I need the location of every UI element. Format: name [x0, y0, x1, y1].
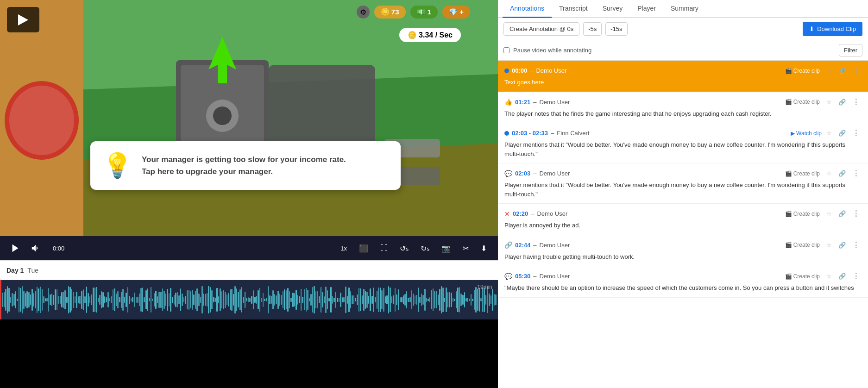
more-button[interactable]: ⋮: [850, 97, 862, 107]
tab-transcript[interactable]: Transcript: [552, 0, 595, 18]
annotation-item: 02:03 - 02:33 – Finn Calvert ▶ Watch cli…: [498, 123, 868, 163]
ellipsis-icon: ⋮: [852, 98, 860, 106]
screenshot-button[interactable]: 📷: [439, 242, 453, 255]
play-pause-button[interactable]: [8, 241, 22, 255]
link-button[interactable]: 🔗: [837, 98, 848, 106]
annotation-user: Demo User: [537, 210, 567, 217]
more-button[interactable]: ⋮: [850, 168, 862, 179]
pause-checkbox[interactable]: [503, 47, 509, 53]
day-sub: Tue: [27, 267, 38, 274]
star-button[interactable]: ☆: [824, 66, 834, 75]
more-button[interactable]: ⋮: [850, 240, 862, 250]
star-button[interactable]: ☆: [824, 209, 834, 218]
annotation-user: Demo User: [539, 170, 570, 177]
star-button[interactable]: ☆: [824, 129, 834, 138]
annotation-user: Finn Calvert: [557, 130, 589, 137]
create-clip-button[interactable]: 🎬 Create clip: [783, 210, 822, 218]
fullscreen-button[interactable]: ⛶: [377, 242, 390, 254]
ellipsis-icon: ⋮: [852, 272, 860, 281]
annotation-item: 👍 01:21 – Demo User 🎬 Create clip☆🔗⋮ The…: [498, 92, 868, 124]
watch-clip-button[interactable]: ▶ Watch clip: [791, 130, 822, 137]
lightbulb-icon: 💡: [102, 151, 132, 180]
annotation-item: 🔗 02:44 – Demo User 🎬 Create clip☆🔗⋮ Pla…: [498, 235, 868, 267]
star-icon: ☆: [826, 67, 832, 74]
star-button[interactable]: ☆: [824, 272, 834, 281]
star-icon: ☆: [826, 170, 832, 177]
forward5-button[interactable]: ↻₅: [418, 242, 432, 255]
more-button[interactable]: ⋮: [850, 271, 862, 282]
link-button[interactable]: 🔗: [837, 272, 848, 281]
download-button[interactable]: ⬇: [478, 242, 490, 255]
annotation-time[interactable]: 01:21: [515, 99, 530, 106]
annotation-header: ✕ 02:20 – Demo User 🎬 Create clip☆🔗⋮: [504, 208, 862, 219]
star-icon: ☆: [826, 210, 832, 217]
link-button[interactable]: 🔗: [837, 169, 848, 178]
filter-button[interactable]: Filter: [839, 44, 862, 56]
tab-survey[interactable]: Survey: [595, 0, 630, 18]
pause-label[interactable]: Pause video while annotating: [513, 47, 591, 54]
minus5-button[interactable]: -5s: [583, 22, 602, 36]
ellipsis-icon: ⋮: [852, 241, 860, 250]
create-clip-button[interactable]: 🎬 Create clip: [783, 241, 822, 249]
rewind5-button[interactable]: ↺₅: [397, 242, 411, 255]
annotation-text: "Maybe there should be an option to incr…: [504, 283, 862, 293]
annotation-time[interactable]: 02:03: [515, 170, 530, 177]
star-button[interactable]: ☆: [824, 98, 834, 106]
settings-icon: ⚙: [357, 6, 370, 19]
create-clip-button[interactable]: 🎬 Create clip: [783, 98, 822, 106]
annotation-dash: –: [551, 130, 554, 137]
annotation-time[interactable]: 02:03 - 02:33: [512, 130, 548, 137]
clip-icon: 🎬: [785, 273, 792, 280]
chain-icon: 🔗: [838, 99, 846, 106]
current-time: 0:00: [53, 245, 64, 252]
game-background: ⚙ 🪙 73 💵 1 💎 + 🪙 3.34 / Sec 💡 Your manag…: [0, 0, 498, 236]
pip-button[interactable]: ⬛: [356, 242, 371, 255]
more-button[interactable]: ⋮: [850, 65, 862, 76]
annotation-time[interactable]: 02:44: [515, 242, 530, 249]
star-button[interactable]: ☆: [824, 241, 834, 250]
more-button[interactable]: ⋮: [850, 128, 862, 138]
link-button[interactable]: 🔗: [837, 66, 848, 75]
create-clip-button[interactable]: 🎬 Create clip: [783, 272, 822, 281]
annotation-time[interactable]: 02:20: [513, 210, 528, 217]
star-icon: ☆: [826, 99, 832, 106]
annotation-dash: –: [533, 273, 536, 280]
annotation-text: The player notes that he finds the game …: [504, 109, 862, 119]
link-button[interactable]: 🔗: [837, 241, 848, 250]
dot-icon: [504, 131, 509, 136]
annotation-user: Demo User: [539, 273, 570, 280]
minus15-button[interactable]: -15s: [605, 22, 627, 36]
timeline-header: Day 1 Tue: [0, 261, 498, 280]
volume-button[interactable]: [29, 241, 43, 255]
tab-annotations[interactable]: Annotations: [503, 0, 552, 18]
annotation-header: 💬 02:03 – Demo User 🎬 Create clip☆🔗⋮: [504, 168, 862, 179]
chain-icon: 🔗: [838, 67, 846, 74]
create-clip-button[interactable]: 🎬 Create clip: [783, 67, 822, 75]
tab-player[interactable]: Player: [630, 0, 663, 18]
annotation-item: ✕ 02:20 – Demo User 🎬 Create clip☆🔗⋮ Pla…: [498, 204, 868, 235]
clip-button[interactable]: ✂: [460, 242, 472, 255]
more-button[interactable]: ⋮: [850, 208, 862, 219]
svg-point-8: [213, 106, 232, 125]
play-button-overlay[interactable]: [7, 7, 39, 32]
link-button[interactable]: 🔗: [837, 209, 848, 218]
coins-counter: 🪙 73: [374, 6, 406, 19]
comment-icon: 💬: [504, 273, 512, 280]
playback-speed-button[interactable]: 1x: [338, 244, 350, 253]
waveform-container[interactable]: 19min: [0, 280, 498, 319]
star-button[interactable]: ☆: [824, 169, 834, 178]
video-panel: ⚙ 🪙 73 💵 1 💎 + 🪙 3.34 / Sec 💡 Your manag…: [0, 0, 498, 388]
create-annotation-button[interactable]: Create Annotation @ 0s: [503, 22, 579, 36]
download-clip-button[interactable]: ⬇ Download Clip: [803, 22, 862, 36]
create-clip-button[interactable]: 🎬 Create clip: [783, 169, 822, 178]
tab-summary[interactable]: Summary: [663, 0, 706, 18]
annotation-text: Player mentions that it "Would be better…: [504, 140, 862, 158]
right-panel: Annotations Transcript Survey Player Sum…: [498, 0, 868, 388]
annotation-time[interactable]: 00:00: [512, 67, 527, 74]
annotation-header: 👍 01:21 – Demo User 🎬 Create clip☆🔗⋮: [504, 97, 862, 107]
star-icon: ☆: [826, 130, 832, 137]
playhead: [0, 280, 1, 319]
annotation-time[interactable]: 05:30: [515, 273, 530, 280]
annotation-dash: –: [530, 67, 533, 74]
link-button[interactable]: 🔗: [837, 129, 848, 138]
